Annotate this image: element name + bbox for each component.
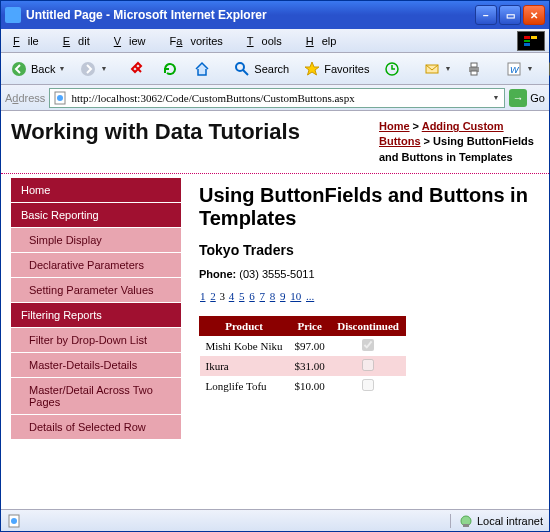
content-area: Working with Data Tutorials Home > Addin… (1, 111, 549, 509)
sidebar-item[interactable]: Declarative Parameters (11, 253, 181, 278)
supplier-name: Tokyo Traders (199, 242, 539, 258)
zone-label: Local intranet (477, 515, 543, 527)
svg-point-21 (57, 95, 63, 101)
pager: 1 2 3 4 5 6 7 8 9 10 ... (199, 290, 539, 302)
pager-link[interactable]: 5 (239, 290, 245, 302)
print-icon (465, 60, 483, 78)
restore-button[interactable]: ▭ (499, 5, 521, 25)
pager-link[interactable]: ... (306, 290, 314, 302)
throbber-icon (517, 31, 545, 51)
sidebar-head-filtering[interactable]: Filtering Reports (11, 303, 181, 328)
discontinued-checkbox (362, 339, 374, 351)
page-icon (7, 514, 21, 528)
svg-point-4 (12, 62, 26, 76)
search-button[interactable]: Search (228, 58, 294, 80)
sidebar-item-home[interactable]: Home (11, 178, 181, 203)
svg-rect-25 (463, 524, 469, 527)
divider (1, 173, 549, 174)
history-icon (383, 60, 401, 78)
svg-rect-0 (524, 36, 530, 39)
url-input[interactable] (71, 92, 490, 104)
menu-file[interactable]: File (5, 33, 55, 49)
pager-link[interactable]: 1 (200, 290, 206, 302)
url-box[interactable]: ▼ (49, 88, 505, 108)
svg-rect-1 (524, 40, 530, 42)
go-icon: → (509, 89, 527, 107)
menu-view[interactable]: View (106, 33, 162, 49)
menu-tools[interactable]: Tools (239, 33, 298, 49)
content-heading: Using ButtonFields and Buttons in Templa… (199, 184, 539, 230)
sidebar-item[interactable]: Setting Parameter Values (11, 278, 181, 303)
refresh-button[interactable] (156, 58, 184, 80)
stop-icon (129, 60, 147, 78)
print-button[interactable] (460, 58, 488, 80)
breadcrumb-home[interactable]: Home (379, 120, 410, 132)
cell-product: Mishi Kobe Niku (200, 336, 289, 357)
ie-icon (5, 7, 21, 23)
zone-icon (459, 514, 473, 528)
cell-price: $97.00 (289, 336, 331, 357)
svg-rect-2 (524, 43, 530, 46)
cell-price: $10.00 (289, 376, 331, 396)
pager-link[interactable]: 9 (280, 290, 286, 302)
breadcrumb: Home > Adding Custom Buttons > Using But… (379, 119, 539, 165)
discontinued-checkbox (362, 359, 374, 371)
minimize-button[interactable]: − (475, 5, 497, 25)
phone-label: Phone: (199, 268, 236, 280)
sidebar-item[interactable]: Master/Detail Across Two Pages (11, 378, 181, 415)
toolbar: Back ▼ ▼ Search Favorites ▼ W▼ (1, 53, 549, 85)
svg-rect-11 (471, 63, 477, 67)
sidebar-item[interactable]: Details of Selected Row (11, 415, 181, 440)
sidebar-item[interactable]: Master-Details-Details (11, 353, 181, 378)
history-button[interactable] (378, 58, 406, 80)
discuss-button[interactable] (542, 58, 550, 80)
pager-link[interactable]: 8 (270, 290, 276, 302)
edit-button[interactable]: W▼ (500, 58, 538, 80)
sidebar-item[interactable]: Simple Display (11, 228, 181, 253)
mail-button[interactable]: ▼ (418, 58, 456, 80)
stop-button[interactable] (124, 58, 152, 80)
phone-value: (03) 3555-5011 (239, 268, 314, 280)
back-button[interactable]: Back ▼ (5, 58, 70, 80)
svg-rect-12 (471, 71, 477, 75)
chevron-down-icon: ▼ (100, 65, 107, 72)
column-header: Discontinued (331, 317, 406, 336)
svg-rect-3 (531, 36, 537, 39)
products-grid: ProductPriceDiscontinued Mishi Kobe Niku… (199, 316, 406, 396)
pager-link[interactable]: 7 (260, 290, 266, 302)
cell-price: $31.00 (289, 356, 331, 376)
favorites-button[interactable]: Favorites (298, 58, 374, 80)
menu-bar: File Edit View Favorites Tools Help (1, 29, 549, 53)
pager-link[interactable]: 10 (290, 290, 301, 302)
menu-edit[interactable]: Edit (55, 33, 106, 49)
pager-link[interactable]: 2 (210, 290, 216, 302)
pager-link[interactable]: 6 (249, 290, 255, 302)
main-content: Using ButtonFields and Buttons in Templa… (181, 178, 549, 440)
sidebar-item[interactable]: Filter by Drop-Down List (11, 328, 181, 353)
chevron-down-icon: ▼ (58, 65, 65, 72)
menu-help[interactable]: Help (298, 33, 353, 49)
table-row: Mishi Kobe Niku$97.00 (200, 336, 406, 357)
pager-current: 3 (220, 290, 226, 302)
star-icon (303, 60, 321, 78)
column-header: Product (200, 317, 289, 336)
pager-link[interactable]: 4 (229, 290, 235, 302)
sidebar-head-basic-reporting[interactable]: Basic Reporting (11, 203, 181, 228)
title-bar: Untitled Page - Microsoft Internet Explo… (1, 1, 549, 29)
menu-favorites[interactable]: Favorites (162, 33, 239, 49)
cell-discontinued (331, 356, 406, 376)
close-button[interactable]: ✕ (523, 5, 545, 25)
address-bar: Address ▼ → Go (1, 85, 549, 111)
cell-product: Ikura (200, 356, 289, 376)
table-row: Longlife Tofu$10.00 (200, 376, 406, 396)
home-button[interactable] (188, 58, 216, 80)
chevron-down-icon[interactable]: ▼ (490, 94, 501, 101)
cell-discontinued (331, 376, 406, 396)
svg-point-23 (11, 518, 17, 524)
forward-button[interactable]: ▼ (74, 58, 112, 80)
sidebar: Home Basic Reporting Simple DisplayDecla… (11, 178, 181, 440)
window-title: Untitled Page - Microsoft Internet Explo… (26, 8, 475, 22)
page-title: Working with Data Tutorials (11, 119, 379, 165)
go-button[interactable]: → Go (509, 89, 545, 107)
svg-line-7 (243, 70, 248, 75)
